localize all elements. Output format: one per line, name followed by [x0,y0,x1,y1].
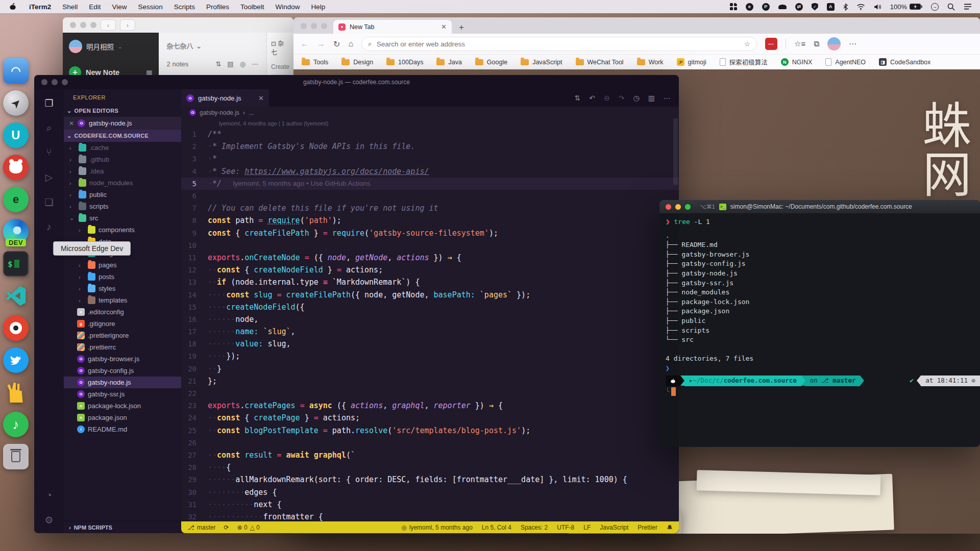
close-button[interactable] [70,22,76,28]
forward-button[interactable]: › [120,19,135,31]
bookmark-agentneo[interactable]: AgentNEO [825,58,866,66]
branch-indicator[interactable]: ⎇master [187,524,216,531]
bookmark-nginx[interactable]: NNGINX [781,58,813,66]
minimize-button[interactable] [311,23,317,29]
new-tab-button[interactable]: + [452,22,471,34]
tree-item-package.json[interactable]: npackage.json [64,412,181,423]
shield-icon[interactable]: ✓ [812,3,818,11]
codelens-annotation[interactable]: lyemoml, 4 months ago | 1 author (lyemom… [181,118,679,128]
reload-icon[interactable]: ↻ [333,39,340,49]
tree-item-dot-cache[interactable]: ›.cache [64,142,181,154]
cursor-position[interactable]: Ln 5, Col 4 [482,524,511,531]
bookmark-google[interactable]: Google [475,59,507,66]
collections-icon[interactable]: ⧉ [814,39,819,48]
dock-item-edge-dev[interactable]: DEV [3,219,29,244]
zoom-button[interactable] [685,204,691,210]
search-icon[interactable]: ⌕ [46,122,52,134]
history-icon[interactable]: ◷ [633,94,640,102]
tree-item-README.md[interactable]: iREADME.md [64,423,181,435]
tree-item-posts[interactable]: ›posts [64,271,181,283]
source-control-icon[interactable]: ⑂ [46,147,52,158]
tree-item-scripts[interactable]: ›scripts [64,201,181,212]
bookmark-100days[interactable]: 100Days [386,59,423,66]
back-icon[interactable]: ← [301,39,309,48]
menu-icon[interactable]: ⋯ [849,39,856,48]
timemachine-icon[interactable]: → [931,3,939,11]
tree-item-gatsby-ssr.js[interactable]: Ggatsby-ssr.js [64,388,181,400]
tree-item-pages[interactable]: ›pages [64,259,181,271]
bluetooth-icon[interactable] [843,3,848,11]
tree-item-src[interactable]: ⌄src [64,212,181,224]
tag-icon[interactable]: ◎ [240,60,246,68]
code-editor[interactable]: lyemoml, 4 months ago | 1 author (lyemom… [181,118,679,521]
dock-item-blue-app[interactable]: ◠ [3,58,29,84]
settings-gear-icon[interactable]: ⚙ [44,514,53,526]
favorite-star-icon[interactable]: ☆ [744,40,750,48]
extension-icon[interactable]: ⋯ [765,38,777,50]
input-a-icon[interactable]: A [827,3,835,11]
formatter[interactable]: Prettier [638,524,657,531]
tree-item-node_modules[interactable]: ›node_modules [64,177,181,189]
sort-icon[interactable]: ⇅ [215,60,221,68]
tree-item-dot-idea[interactable]: ›.idea [64,165,181,177]
nav-back-icon[interactable]: ↶ [589,94,595,102]
tree-item-templates[interactable]: ›templates [64,294,181,306]
tree-item-gatsby-node.js[interactable]: Ggatsby-node.js [64,377,181,388]
view-icon[interactable]: ▤ [227,60,233,68]
tree-item-dot-prettierignore[interactable]: .prettierignore [64,330,181,341]
bookmark-java[interactable]: Java [436,59,461,66]
problems-indicator[interactable]: ⊗ 0 △ 0 [237,524,260,531]
sync-circle-icon[interactable]: ⇄ [795,3,803,11]
dock-item-twitter[interactable] [3,347,29,373]
account-switcher[interactable]: 明月相照 ⌄ [69,40,153,53]
dock-item-vscode[interactable] [3,283,29,309]
eol[interactable]: LF [583,524,591,531]
close-button[interactable] [666,204,671,210]
tree-item-package-lock.json[interactable]: npackage-lock.json [64,400,181,412]
music-plugin-icon[interactable]: ♪ [46,221,52,233]
spotlight-icon[interactable] [947,3,955,11]
open-editors-section[interactable]: ⌄OPEN EDITORS [64,105,181,117]
menu-item-shell[interactable]: Shell [57,3,83,11]
encoding[interactable]: UTF-8 [557,524,574,531]
open-editor-item[interactable]: ✕ G gatsby-node.js [64,117,181,130]
zoom-button[interactable] [321,23,327,29]
npm-scripts-section[interactable]: ›NPM SCRIPTS [64,521,181,533]
tree-item-dot-prettierrc[interactable]: .prettierrc [64,341,181,353]
tree-item-components[interactable]: ›components [64,224,181,236]
volume-icon[interactable] [874,4,881,10]
menu-item-window[interactable]: Window [270,3,305,11]
dock-item-rocket[interactable]: ➤ [3,90,29,116]
dock-item-utools[interactable]: U [3,122,29,148]
more-actions-icon[interactable]: ⋯ [664,94,671,102]
project-section[interactable]: ⌄CODERFEE.COM.SOURCE [64,130,181,142]
extensions-icon[interactable]: ❏ [44,196,53,208]
tree-item-gatsby-browser.js[interactable]: Ggatsby-browser.js [64,353,181,365]
bookmark-gitmoji[interactable]: ;Pgitmoji [677,58,706,66]
bookmark-work[interactable]: Work [637,59,664,66]
account-icon[interactable]: ◔ [46,490,52,501]
menu-item-session[interactable]: Session [133,3,168,11]
tree-item-public[interactable]: ›public [64,189,181,201]
address-bar[interactable]: ⌕ Search or enter web address ☆ [361,37,757,51]
tree-item-dot-editorconfig[interactable]: e.editorconfig [64,306,181,318]
menu-item-view[interactable]: View [107,3,133,11]
explorer-icon[interactable]: ❐ [44,97,53,109]
tree-item-dot-github[interactable]: ›.github [64,154,181,165]
breadcrumb[interactable]: G gatsby-node.js › ... [181,107,679,118]
browser-tab[interactable]: ● New Tab ✕ [333,20,452,34]
notebook-title[interactable]: 杂七杂八 ⌄ [167,40,258,51]
minimize-button[interactable] [80,22,86,28]
language-mode[interactable]: JavaScript [600,524,628,531]
tree-item-styles[interactable]: ›styles [64,283,181,294]
sync-icon[interactable]: ⟳ [224,524,229,531]
nav-forward-icon[interactable]: ↷ [619,94,625,102]
menu-item-scripts[interactable]: Scripts [168,3,201,11]
back-button[interactable]: ‹ [101,19,116,31]
bookmark-tools[interactable]: Tools [302,59,328,66]
battery-icon[interactable]: 100% [890,3,922,11]
tree-item-gatsby-config.js[interactable]: Ggatsby-config.js [64,365,181,377]
close-tab-icon[interactable]: ✕ [441,23,447,31]
zoom-button[interactable] [90,22,96,28]
debug-icon[interactable]: ▷ [45,171,53,183]
